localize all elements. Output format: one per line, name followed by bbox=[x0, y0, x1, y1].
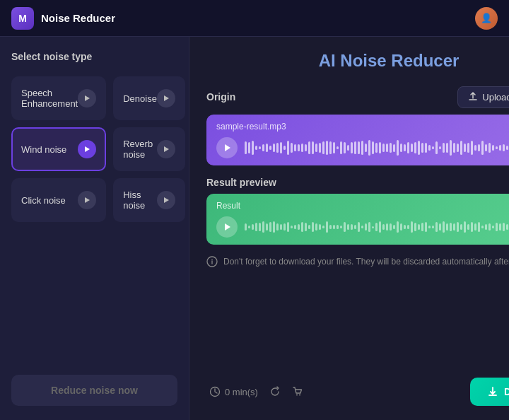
play-btn-reverb[interactable] bbox=[157, 140, 175, 158]
svg-marker-3 bbox=[164, 146, 169, 152]
result-section-header: Result preview bbox=[206, 177, 509, 188]
noise-item-speech-enhancement[interactable]: Speech Enhancement bbox=[11, 76, 106, 120]
sidebar-title: Select noise type bbox=[11, 51, 177, 62]
origin-waveform bbox=[245, 138, 509, 158]
notice-bar: Don't forget to download your files. The… bbox=[206, 256, 509, 267]
svg-marker-6 bbox=[225, 144, 230, 151]
result-section: Result preview Result 00:00:00 bbox=[206, 177, 509, 245]
time-stat: 0 min(s) bbox=[209, 386, 258, 397]
play-btn-hiss[interactable] bbox=[157, 191, 175, 209]
result-audio-meta: Result 00:00:00 bbox=[216, 201, 509, 211]
noise-item-click[interactable]: Click noise bbox=[11, 178, 106, 222]
app-title: Noise Reducer bbox=[41, 12, 115, 24]
origin-audio-meta: sample-result.mp3 00:00:12 bbox=[216, 122, 509, 132]
play-btn-speech[interactable] bbox=[78, 89, 96, 107]
cart-icon bbox=[292, 386, 303, 397]
footer-left: 0 min(s) bbox=[209, 386, 303, 397]
result-section-label: Result preview bbox=[206, 177, 276, 188]
play-icon bbox=[223, 223, 231, 231]
header-left: M Noise Reducer bbox=[11, 7, 115, 30]
result-play-button[interactable] bbox=[216, 216, 238, 238]
upload-button-label: Upload new bbox=[482, 92, 509, 103]
noise-label-wind: Wind noise bbox=[21, 144, 66, 155]
noise-label-hiss: Hiss noise bbox=[123, 189, 157, 211]
svg-marker-5 bbox=[164, 197, 169, 203]
noise-type-grid: Speech Enhancement Denoise Wind noise bbox=[11, 76, 177, 222]
svg-marker-1 bbox=[164, 95, 169, 101]
noise-item-wind[interactable]: Wind noise bbox=[11, 127, 106, 171]
header: M Noise Reducer 👤 bbox=[0, 0, 509, 37]
svg-point-12 bbox=[296, 395, 298, 396]
main-layout: Select noise type Speech Enhancement Den… bbox=[0, 37, 509, 420]
notice-text: Don't forget to download your files. The… bbox=[223, 257, 509, 267]
play-btn-click[interactable] bbox=[78, 191, 96, 209]
origin-play-button[interactable] bbox=[216, 137, 238, 158]
origin-filename: sample-result.mp3 bbox=[216, 122, 286, 132]
origin-section: Origin Upload new bbox=[206, 85, 509, 165]
time-label: 0 min(s) bbox=[225, 387, 258, 397]
download-icon bbox=[487, 386, 498, 397]
download-label: Download bbox=[504, 386, 509, 397]
noise-label-click: Click noise bbox=[21, 195, 66, 206]
origin-actions: Upload new bbox=[457, 85, 509, 109]
svg-point-13 bbox=[299, 395, 300, 396]
svg-marker-4 bbox=[85, 197, 90, 203]
noise-label-reverb: Reverb noise bbox=[123, 139, 157, 160]
download-button[interactable]: Download bbox=[470, 378, 509, 406]
result-label: Result bbox=[216, 201, 240, 211]
origin-audio-player: sample-result.mp3 00:00:12 bbox=[206, 115, 509, 165]
play-btn-denoise[interactable] bbox=[157, 89, 175, 107]
info-icon bbox=[206, 256, 218, 267]
refresh-icon bbox=[269, 386, 281, 397]
result-audio-controls bbox=[216, 216, 509, 238]
content-area: AI Noise Reducer Origin Upload new bbox=[189, 37, 509, 420]
clock-icon bbox=[209, 386, 221, 397]
reduce-noise-button[interactable]: Reduce noise now bbox=[11, 375, 177, 406]
page-title: AI Noise Reducer bbox=[206, 51, 509, 71]
origin-audio-controls bbox=[216, 137, 509, 158]
svg-marker-7 bbox=[225, 223, 230, 231]
noise-item-hiss[interactable]: Hiss noise bbox=[113, 178, 185, 222]
avatar[interactable]: 👤 bbox=[475, 7, 498, 30]
cart-stat[interactable] bbox=[292, 386, 303, 397]
play-icon bbox=[223, 144, 231, 152]
origin-label: Origin bbox=[206, 91, 235, 103]
svg-point-10 bbox=[211, 259, 213, 260]
upload-icon bbox=[468, 92, 478, 102]
noise-label-speech: Speech Enhancement bbox=[21, 88, 78, 109]
app-icon: M bbox=[11, 7, 34, 30]
noise-item-reverb[interactable]: Reverb noise bbox=[113, 127, 185, 171]
play-btn-wind[interactable] bbox=[78, 140, 96, 158]
result-audio-player: Result 00:00:00 bbox=[206, 194, 509, 245]
svg-marker-2 bbox=[85, 146, 90, 152]
footer: 0 min(s) bbox=[206, 378, 509, 406]
result-waveform bbox=[245, 217, 509, 237]
origin-section-header: Origin Upload new bbox=[206, 85, 509, 109]
noise-label-denoise: Denoise bbox=[123, 93, 157, 104]
upload-new-button[interactable]: Upload new bbox=[457, 86, 509, 108]
refresh-stat[interactable] bbox=[269, 386, 281, 397]
noise-item-denoise[interactable]: Denoise bbox=[113, 76, 185, 120]
sidebar: Select noise type Speech Enhancement Den… bbox=[0, 37, 189, 420]
svg-marker-0 bbox=[85, 95, 90, 101]
